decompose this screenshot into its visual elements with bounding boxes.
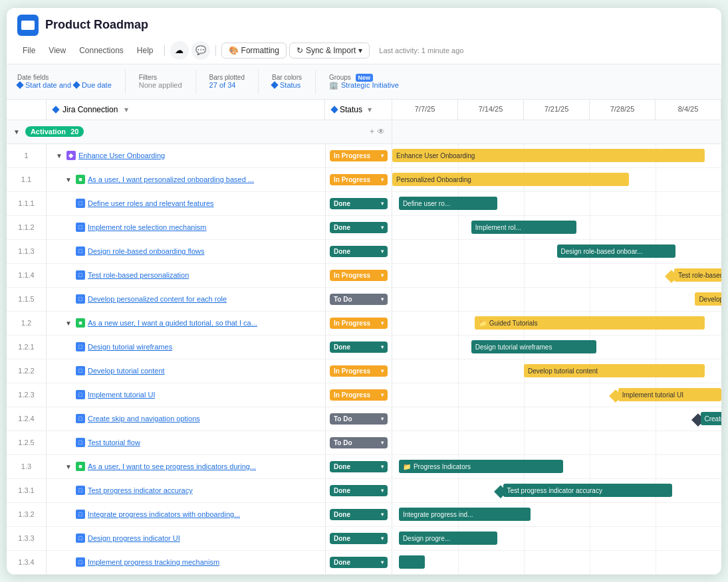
expand-icon[interactable]: ▼ [65,320,72,327]
status-caret-icon: ▾ [381,559,384,565]
gantt-bar[interactable]: Design role-based onboar... [557,244,675,258]
status-badge[interactable]: In Progress ▾ [330,365,388,377]
gantt-bar[interactable] [399,555,425,569]
status-label: In Progress [334,367,370,375]
row-title-link[interactable]: Test role-based personalization [88,271,189,279]
row-title-link[interactable]: Create skip and navigation options [88,415,200,423]
sync-button[interactable]: ↻ Sync & Import ▾ [289,43,370,58]
status-badge[interactable]: Done ▾ [330,485,388,496]
status-badge[interactable]: In Progress ▾ [330,174,388,185]
status-badge[interactable]: Done ▾ [330,246,388,257]
row-title-link[interactable]: Develop personalized content for each ro… [88,295,227,303]
row-title-link[interactable]: As a new user, I want a guided tutorial,… [88,319,257,327]
expand-icon[interactable]: ▼ [65,176,72,183]
group-expand-icon[interactable]: ▼ [13,128,20,136]
status-badge[interactable]: Done ▾ [330,557,388,568]
status-badge[interactable]: Done ▾ [330,222,388,233]
row-title-link[interactable]: Implement role selection mechanism [88,223,207,231]
bars-value[interactable]: 27 of 34 [209,81,245,89]
status-badge[interactable]: In Progress ▾ [330,389,388,401]
row-status: In Progress ▾ [326,312,392,335]
col-jira-header[interactable]: Jira Connection ▾ [47,100,325,120]
status-badge[interactable]: To Do ▾ [330,413,388,425]
row-title-link[interactable]: Integrate progress indicators with onboa… [88,510,240,518]
gantt-bar[interactable]: Test progress indicator accuracy [503,484,672,497]
status-badge[interactable]: Done ▾ [330,198,388,209]
formatting-button[interactable]: 🎨 Formatting [221,43,287,58]
menu-separator-1 [164,45,165,56]
date-col-0: 7/7/25 [392,100,458,120]
gantt-bar[interactable]: Define user ro... [399,197,498,210]
gantt-bar[interactable]: Design progre... [399,532,498,545]
status-badge[interactable]: In Progress ▾ [330,318,388,329]
gantt-bar[interactable]: Design tutorial wireframes [471,340,596,353]
hide-icon[interactable]: 👁 [377,127,385,136]
row-title-link[interactable]: Design progress indicator UI [88,534,180,542]
group-action-icons: + 👁 [370,127,385,136]
gantt-grid-line [590,551,590,574]
status-badge[interactable]: In Progress ▾ [330,270,388,281]
row-title-link[interactable]: Define user roles and relevant features [88,199,214,207]
row-status: Done ▾ [326,479,392,502]
status-badge[interactable]: Done ▾ [330,509,388,520]
gantt-bar[interactable]: Implement tutorial UI [618,388,721,401]
gantt-bar[interactable]: Personalized Onboarding [392,173,629,186]
row-left: 1.1.3 □ Design role-based onboarding flo… [7,240,392,263]
table-row: 1.2 ▼ ■ As a new user, I want a guided t… [7,312,721,336]
formatting-icon: 🎨 [229,46,239,55]
add-icon[interactable]: + [370,127,374,136]
row-title-link[interactable]: As a user, I want personalized onboardin… [88,175,254,183]
status-badge[interactable]: In Progress ▾ [330,150,388,161]
gantt-bar-label: Design role-based onboar... [561,248,643,255]
row-title-link[interactable]: Design role-based onboarding flows [88,247,205,255]
group-header-row: ▼ Activation 20 + 👁 [7,120,721,144]
row-title-link[interactable]: Implement tutorial UI [88,391,155,399]
row-title-link[interactable]: As a user, I want to see progress indica… [88,462,256,470]
gantt-bar[interactable]: Develop perso [695,292,721,306]
gantt-area: Test role-based pe [392,264,721,287]
row-number: 1.3 [7,455,47,478]
col-num-header [7,100,47,120]
row-title-link[interactable]: Design tutorial wireframes [88,343,172,351]
status-badge[interactable]: To Do ▾ [330,437,388,448]
menu-view[interactable]: View [43,43,71,58]
cloud-icon-btn[interactable]: ☁ [170,41,189,60]
row-title-link[interactable]: Develop tutorial content [88,367,165,375]
chat-icon-btn[interactable]: 💬 [191,41,210,60]
status-badge[interactable]: To Do ▾ [330,294,388,305]
row-title: □ Test tutorial flow [47,431,326,454]
menu-connections[interactable]: Connections [74,43,129,58]
status-badge[interactable]: Done ▾ [330,533,388,544]
row-status: To Do ▾ [326,407,392,431]
row-title-link[interactable]: Test progress indicator accuracy [88,486,193,494]
status-badge[interactable]: Done ▾ [330,461,388,472]
gantt-grid-line [458,479,459,502]
row-number: 1.2.4 [7,407,47,431]
status-caret-icon: ▾ [381,535,384,541]
menu-file[interactable]: File [17,43,41,58]
expand-icon[interactable]: ▼ [65,463,72,470]
gantt-bar[interactable]: Test role-based pe [674,268,721,282]
row-title-link[interactable]: Implement progress tracking mechanism [88,558,219,566]
row-title-link[interactable]: Enhance User Onboarding [78,151,165,159]
filters-label: Filters [139,74,182,81]
gantt-bar[interactable]: Integrate progress ind... [399,508,531,521]
gantt-bar[interactable]: 📁Guided Tutorials [475,316,705,330]
gantt-bar[interactable]: Create ski [701,412,722,425]
gantt-bar[interactable]: 📁Progress Indicators [399,460,564,473]
gantt-area [392,551,721,574]
gantt-grid-line [524,288,525,311]
filters-value[interactable]: None applied [139,81,182,89]
col-status-header[interactable]: Status ▾ [325,100,392,120]
status-badge[interactable]: Done ▾ [330,341,388,353]
gantt-bar[interactable]: Develop tutorial content [524,364,705,377]
expand-icon[interactable]: ▼ [56,152,62,159]
menu-help[interactable]: Help [132,43,159,58]
column-headers: Jira Connection ▾ Status ▾ 7/7/25 7/14/2… [7,100,721,120]
gantt-bar[interactable]: Implement rol... [471,221,576,234]
gantt-grid-line [590,527,590,550]
row-title: □ Define user roles and relevant feature… [47,192,326,215]
groups-label: Groups New [329,74,399,81]
row-title-link[interactable]: Test tutorial flow [88,438,140,446]
gantt-bar[interactable]: Enhance User Onboarding [392,149,705,162]
